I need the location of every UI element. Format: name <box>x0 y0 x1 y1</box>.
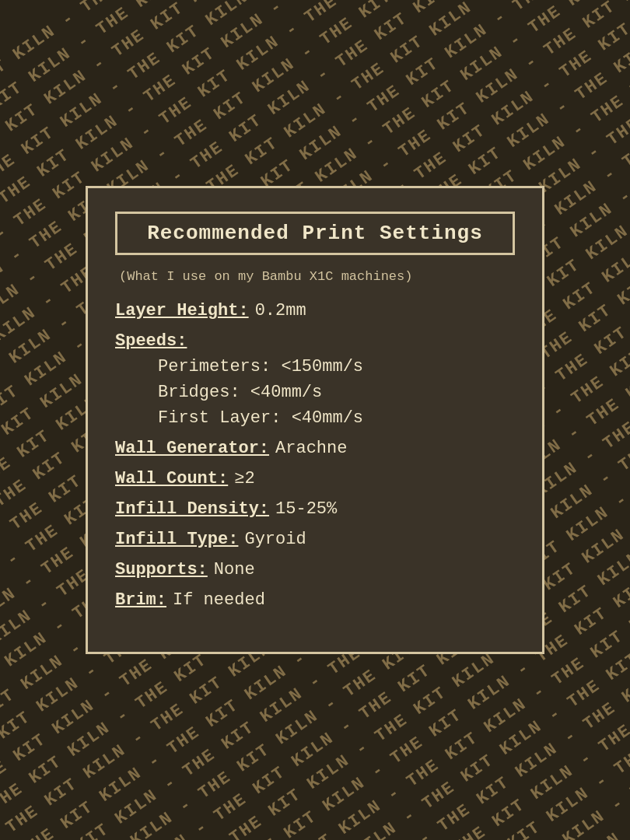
speeds-label: Speeds: <box>115 331 515 351</box>
setting-row-brim: Brim: If needed <box>115 590 515 610</box>
setting-row-infill-density: Infill Density: 15-25% <box>115 499 515 519</box>
brim-value: If needed <box>173 590 265 610</box>
infill-density-value: 15-25% <box>275 499 337 519</box>
setting-row-infill-type: Infill Type: Gyroid <box>115 530 515 549</box>
layer-height-value: 0.2mm <box>255 301 306 320</box>
setting-row-layer-height: Layer Height: 0.2mm <box>115 301 515 320</box>
brim-label: Brim: <box>115 590 166 610</box>
supports-label: Supports: <box>115 560 208 579</box>
card-subtitle: (What I use on my Bambu X1C machines) <box>119 269 515 284</box>
infill-type-label: Infill Type: <box>115 530 238 549</box>
wall-count-value: ≥2 <box>234 469 254 488</box>
layer-height-label: Layer Height: <box>115 301 249 320</box>
speed-bridges: Bridges: <40mm/s <box>158 383 515 402</box>
setting-row-wall-count: Wall Count: ≥2 <box>115 469 515 488</box>
infill-density-label: Infill Density: <box>115 499 269 519</box>
wall-count-label: Wall Count: <box>115 469 228 488</box>
speed-first-layer: First Layer: <40mm/s <box>158 408 515 428</box>
card-title: Recommended Print Settings <box>115 212 515 255</box>
infill-type-value: Gyroid <box>244 530 306 549</box>
wall-generator-label: Wall Generator: <box>115 439 269 458</box>
setting-row-wall-generator: Wall Generator: Arachne <box>115 439 515 458</box>
settings-card: Recommended Print Settings (What I use o… <box>86 186 544 654</box>
supports-value: None <box>214 560 255 579</box>
setting-row-supports: Supports: None <box>115 560 515 579</box>
wall-generator-value: Arachne <box>275 439 347 458</box>
speeds-section: Speeds: Perimeters: <150mm/s Bridges: <4… <box>115 331 515 428</box>
speed-perimeters: Perimeters: <150mm/s <box>158 357 515 376</box>
